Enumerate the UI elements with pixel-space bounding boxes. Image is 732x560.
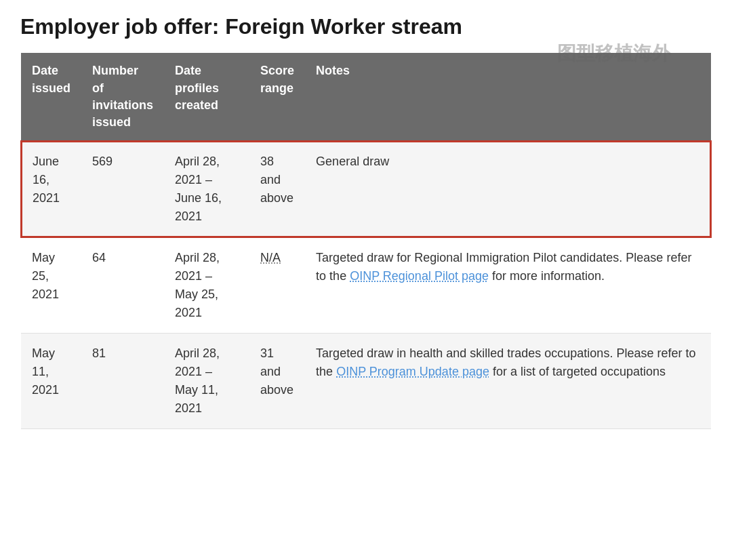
oinp-program-link[interactable]: OINP Program Update page [336, 365, 489, 378]
table-row: May11,2021 81 April 28, 2021 –May 11, 20… [21, 334, 711, 429]
draws-table: Dateissued Numberofinvitationsissued Dat… [20, 53, 712, 429]
cell-date: May25,2021 [21, 237, 81, 334]
table-row: June16,2021 569 April 28, 2021 –June 16,… [21, 141, 711, 237]
cell-profiles: April 28, 2021 –June 16, 2021 [164, 141, 249, 237]
col-header-score-range: Scorerange [249, 53, 305, 141]
cell-invitations: 81 [81, 334, 164, 429]
cell-score: N/A [249, 237, 305, 334]
cell-score: 31andabove [249, 334, 305, 429]
col-header-date-profiles: Date profilescreated [164, 53, 249, 141]
cell-invitations: 64 [81, 237, 164, 334]
col-header-date-issued: Dateissued [21, 53, 81, 141]
cell-notes: Targeted draw for Regional Immigration P… [305, 237, 711, 334]
cell-invitations: 569 [81, 141, 164, 237]
cell-notes: Targeted draw in health and skilled trad… [305, 334, 711, 429]
col-header-num-invitations: Numberofinvitationsissued [81, 53, 164, 141]
cell-profiles: April 28, 2021 –May 25, 2021 [164, 237, 249, 334]
cell-notes: General draw [305, 141, 711, 237]
table-row: May25,2021 64 April 28, 2021 –May 25, 20… [21, 237, 711, 334]
col-header-notes: Notes [305, 53, 711, 141]
oinp-regional-link[interactable]: OINP Regional Pilot page [350, 269, 489, 283]
page-title: Employer job offer: Foreign Worker strea… [20, 14, 712, 39]
cell-profiles: April 28, 2021 –May 11, 2021 [164, 334, 249, 429]
cell-date: May11,2021 [21, 334, 81, 429]
cell-score: 38andabove [249, 141, 305, 237]
cell-date: June16,2021 [21, 141, 81, 237]
table-header-row: Dateissued Numberofinvitationsissued Dat… [21, 53, 711, 141]
